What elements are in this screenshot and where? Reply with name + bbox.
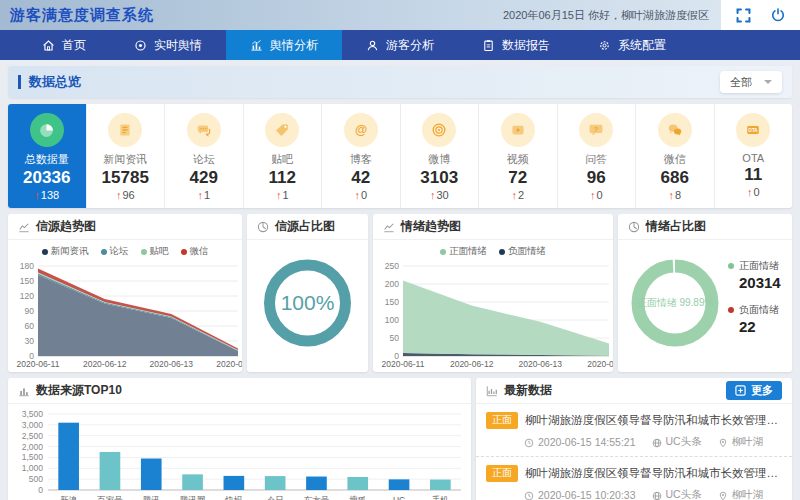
svg-text:150: 150: [20, 276, 34, 286]
nav-item-label: 系统配置: [618, 37, 666, 54]
legend-item[interactable]: 贴吧: [141, 245, 169, 258]
legend-dot-icon: [728, 263, 734, 269]
main-nav: 首页实时舆情舆情分析游客分析数据报告系统配置: [0, 30, 800, 60]
stat-card-news[interactable]: 新闻资讯15785↑96: [87, 104, 166, 208]
top10-chart: 05001,0001,5002,0002,5003,0003,500新浪微博百家…: [8, 404, 471, 500]
svg-text:60: 60: [25, 321, 35, 331]
svg-text:100%: 100%: [281, 291, 335, 314]
report-icon: [482, 39, 495, 52]
stat-value: 11: [744, 165, 762, 185]
legend-item[interactable]: 新闻资讯: [42, 245, 89, 258]
legend-item[interactable]: 论坛: [101, 245, 129, 258]
stat-card-blog[interactable]: @博客42↑0: [322, 104, 401, 208]
latest-item[interactable]: 正面柳叶湖旅游度假区领导督导防汛和城市长效管理工作2020-06-15 14:5…: [476, 404, 792, 457]
stat-delta: ↑8: [668, 189, 681, 201]
latest-item-source: UC头条: [666, 435, 702, 449]
more-button[interactable]: 更多: [726, 381, 782, 400]
legend-dot-icon: [728, 307, 734, 313]
location-pin-icon: [718, 489, 728, 500]
stat-label: 视频: [507, 152, 529, 167]
legend-dot-icon: [141, 249, 147, 255]
up-arrow-icon: ↑: [747, 186, 753, 198]
stat-card-wechat[interactable]: 微信686↑8: [636, 104, 715, 208]
stat-card-total[interactable]: 总数据量20336↑138: [8, 104, 87, 208]
stat-card-video[interactable]: 视频72↑2: [479, 104, 558, 208]
stat-card-weibo[interactable]: 微博3103↑30: [401, 104, 480, 208]
fullscreen-icon[interactable]: [735, 7, 752, 24]
legend-item[interactable]: 正面情绪: [440, 245, 487, 258]
svg-text:OTA: OTA: [749, 128, 759, 133]
stat-delta-value: 138: [41, 189, 59, 201]
nav-item-visitor[interactable]: 游客分析: [342, 30, 458, 60]
stat-card-tieba[interactable]: 贴吧112↑1: [244, 104, 323, 208]
globe-icon: [652, 489, 662, 500]
bar-chart-icon: [18, 384, 30, 398]
legend-label: 新闻资讯: [51, 245, 89, 258]
sentiment-share-legend: 正面情绪20314负面情绪22: [728, 259, 781, 347]
more-label: 更多: [751, 383, 773, 398]
source-trend-chart: 03060901201501802020-06-112020-06-122020…: [8, 258, 242, 370]
legend-label: 正面情绪: [449, 245, 487, 258]
clock-icon: [524, 489, 534, 500]
latest-title: 最新数据: [504, 382, 552, 399]
up-arrow-icon: ↑: [668, 189, 674, 201]
stat-card-ota[interactable]: OTAOTA11↑0: [715, 104, 793, 208]
latest-item-title[interactable]: 柳叶湖旅游度假区领导督导防汛和城市长效管理工作: [525, 466, 782, 481]
legend-item[interactable]: 负面情绪: [499, 245, 546, 258]
latest-item-title[interactable]: 柳叶湖旅游度假区领导督导防汛和城市长效管理工作: [525, 413, 782, 428]
power-icon[interactable]: [770, 7, 786, 23]
list-icon: [486, 384, 498, 398]
overview-bar: 数据总览 全部: [8, 66, 792, 98]
nav-item-analysis[interactable]: 舆情分析: [226, 30, 342, 60]
svg-text:快报: 快报: [224, 495, 243, 500]
stat-card-forum[interactable]: 论坛429↑1: [165, 104, 244, 208]
nav-item-realtime[interactable]: 实时舆情: [110, 30, 226, 60]
sentiment-share-panel: 情绪占比图 正面情绪 99.89% 正面情绪20314负面情绪22: [618, 214, 792, 372]
svg-text:1,500: 1,500: [22, 452, 44, 462]
ota-icon: OTA: [736, 113, 770, 147]
filter-dropdown[interactable]: 全部: [720, 71, 782, 93]
svg-text:搜狐: 搜狐: [348, 495, 367, 500]
sentiment-share-chart: 正面情绪 99.89%: [622, 244, 728, 362]
latest-list: 正面柳叶湖旅游度假区领导督导防汛和城市长效管理工作2020-06-15 14:5…: [476, 404, 792, 500]
legend-dot-icon: [42, 249, 48, 255]
stat-delta-value: 1: [204, 189, 210, 201]
source-trend-legend: 新闻资讯论坛贴吧微信: [8, 240, 242, 258]
svg-text:250: 250: [385, 261, 399, 271]
stat-label: 微信: [664, 152, 686, 167]
up-arrow-icon: ↑: [511, 189, 517, 201]
legend-label: 负面情绪: [508, 245, 546, 258]
nav-item-config[interactable]: 系统配置: [574, 30, 690, 60]
nav-item-report[interactable]: 数据报告: [458, 30, 574, 60]
svg-text:2,500: 2,500: [22, 431, 44, 441]
sentiment-trend-title: 情绪趋势图: [401, 218, 461, 235]
user-icon: [366, 39, 379, 52]
source-share-chart: 100%: [247, 240, 368, 366]
stat-card-qa[interactable]: ?问答96↑0: [558, 104, 637, 208]
sentiment-badge: 正面: [486, 412, 518, 429]
source-share-panel: 信源占比图 100%: [247, 214, 368, 372]
legend-label: 微信: [190, 245, 209, 258]
latest-item[interactable]: 正面柳叶湖旅游度假区领导督导防汛和城市长效管理工作2020-06-15 10:2…: [476, 457, 792, 500]
up-arrow-icon: ↑: [590, 189, 596, 201]
source-trend-title: 信源趋势图: [36, 218, 96, 235]
svg-text:2020-06-14: 2020-06-14: [587, 359, 613, 369]
topbar-right: 2020年06月15日 你好，柳叶湖旅游度假区: [503, 0, 800, 30]
svg-text:百家号: 百家号: [97, 495, 123, 500]
stat-delta: ↑0: [354, 189, 367, 201]
stat-delta: ↑0: [747, 186, 760, 198]
up-arrow-icon: ↑: [197, 189, 203, 201]
nav-item-home[interactable]: 首页: [18, 30, 110, 60]
home-icon: [42, 39, 55, 52]
charts-row: 信源趋势图 新闻资讯论坛贴吧微信 03060901201501802020-06…: [8, 214, 792, 372]
sentiment-trend-legend: 正面情绪负面情绪: [373, 240, 613, 258]
up-arrow-icon: ↑: [354, 189, 360, 201]
sentiment-trend-panel: 情绪趋势图 正面情绪负面情绪 0501001502002502020-06-11…: [373, 214, 613, 372]
legend-item[interactable]: 微信: [181, 245, 209, 258]
top10-panel: 数据来源TOP10 05001,0001,5002,0002,5003,0003…: [8, 378, 471, 500]
latest-item-source: UC头条: [666, 488, 702, 500]
stat-value: 20336: [23, 168, 70, 188]
svg-text:2020-06-13: 2020-06-13: [519, 359, 563, 369]
chart-icon: [250, 39, 263, 52]
svg-text:2020-06-11: 2020-06-11: [17, 359, 60, 369]
